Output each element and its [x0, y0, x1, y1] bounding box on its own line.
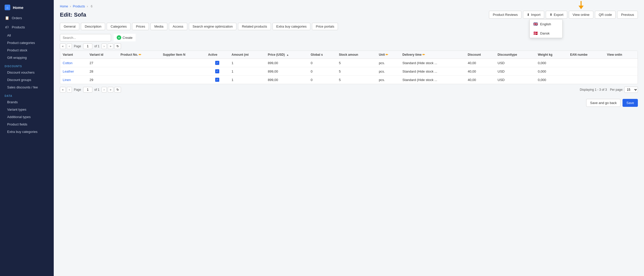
per-page-label: Per page:	[610, 88, 623, 91]
unit-edit-icon[interactable]: ✏	[386, 53, 388, 56]
sidebar-item-product-stock[interactable]: Product stock	[0, 47, 54, 54]
sidebar-item-product-categories[interactable]: Product categories	[0, 39, 54, 47]
section-discounts: DISCOUNTS	[0, 61, 54, 69]
create-button[interactable]: + Create	[114, 34, 136, 41]
cell-discount-type-2: USD	[495, 76, 535, 84]
cell-variant-id-1: 28	[87, 67, 118, 76]
variant-link-0[interactable]: Cotton	[63, 61, 72, 65]
active-checkbox[interactable]	[215, 61, 219, 65]
sidebar-item-product-fields[interactable]: Product fields	[0, 121, 54, 128]
tab-media[interactable]: Media	[150, 23, 167, 30]
section-data: DATA	[0, 91, 54, 98]
cell-unit-1: pcs.	[376, 67, 400, 76]
variant-link-2[interactable]: Linen	[63, 78, 71, 82]
save-go-back-button[interactable]: Save and go back	[586, 99, 620, 107]
page-bottom-next-btn[interactable]: ›	[102, 87, 107, 93]
page-next-btn[interactable]: ›	[102, 43, 107, 49]
page-bottom-label: Page	[74, 88, 81, 91]
sidebar-item-additional-types[interactable]: Additional types	[0, 113, 54, 121]
sidebar-item-gift-wrapping[interactable]: Gift wrapping	[0, 54, 54, 61]
breadcrumb-id: 6	[91, 5, 93, 8]
breadcrumb: Home › Products › 6	[60, 5, 638, 8]
tab-general[interactable]: General	[60, 23, 79, 30]
cell-delivery-2: Standard (Hide stock ...	[400, 76, 465, 84]
sidebar-item-products[interactable]: 🏷 Products	[0, 22, 54, 32]
page-last-btn[interactable]: »	[108, 43, 114, 49]
tab-price-portals[interactable]: Price portals	[312, 23, 338, 30]
col-variant-id: Variant id	[87, 51, 118, 59]
col-discount: Discount	[465, 51, 495, 59]
page-label: Page	[74, 44, 81, 48]
page-title: Edit: Sofa	[60, 12, 86, 18]
cell-product-no-0	[118, 59, 160, 67]
col-amount-min: Amount (mi	[229, 51, 265, 59]
previous-button[interactable]: Previous	[617, 11, 638, 19]
col-global-s: Global s	[308, 51, 336, 59]
export-button[interactable]: ⬆ Export	[546, 11, 567, 19]
page-bottom-first-btn[interactable]: «	[60, 87, 66, 93]
export-icon: ⬆	[550, 13, 552, 17]
language-dropdown: 🇬🇧 English 🇩🇰 Dansk	[529, 19, 563, 38]
create-label: Create	[123, 36, 133, 40]
per-page-select[interactable]: 15 25 50 100	[624, 87, 638, 93]
save-button[interactable]: Save	[623, 99, 638, 107]
page-bottom-prev-btn[interactable]: ‹	[67, 87, 72, 93]
delivery-edit-icon[interactable]: ✏	[422, 53, 425, 56]
tab-related-products[interactable]: Related products	[238, 23, 271, 30]
page-first-btn[interactable]: «	[60, 43, 66, 49]
sidebar-item-discount-groups[interactable]: Discount groups	[0, 76, 54, 84]
sidebar: ⌂ Home 📋 Orders 🏷 Products All Product c…	[0, 0, 54, 276]
sidebar-home-label: Home	[13, 5, 24, 10]
orders-icon: 📋	[5, 16, 9, 20]
product-no-edit-icon[interactable]: ✏	[139, 53, 141, 56]
sidebar-home[interactable]: ⌂ Home	[0, 0, 54, 13]
refresh-button[interactable]: ↻	[114, 43, 121, 49]
sidebar-item-extra-buy-categories[interactable]: Extra buy categories	[0, 128, 54, 135]
variants-table: Variant Variant id Product No.✏ Supplier…	[60, 51, 638, 84]
cell-discount-type-0: USD	[495, 59, 535, 67]
price-sort-icon[interactable]: ▲	[286, 53, 289, 56]
tab-extra-buy[interactable]: Extra buy categories	[272, 23, 311, 30]
sidebar-item-orders[interactable]: 📋 Orders	[0, 13, 54, 22]
table-header-row: Variant Variant id Product No.✏ Supplier…	[60, 51, 638, 59]
sidebar-item-sales-discounts[interactable]: Sales discounts / fee	[0, 84, 54, 91]
tab-prices[interactable]: Prices	[132, 23, 149, 30]
variant-link-1[interactable]: Leather	[63, 70, 74, 73]
sidebar-item-brands[interactable]: Brands	[0, 98, 54, 106]
active-checkbox[interactable]	[215, 69, 219, 73]
sidebar-orders-label: Orders	[12, 16, 22, 20]
col-delivery-time: Delivery time✏	[400, 51, 465, 59]
col-variant: Variant	[60, 51, 87, 59]
cell-supplier-0	[160, 59, 205, 67]
breadcrumb-products[interactable]: Products	[73, 5, 85, 8]
sidebar-item-discount-vouchers[interactable]: Discount vouchers	[0, 69, 54, 76]
search-input[interactable]	[60, 34, 111, 41]
lang-english[interactable]: 🇬🇧 English	[530, 19, 562, 29]
page-of-label: of 1	[94, 44, 100, 48]
tab-seo[interactable]: Search engine optimization	[189, 23, 237, 30]
cell-global-0: 0	[308, 59, 336, 67]
qr-code-button[interactable]: QR code	[595, 11, 616, 19]
page-prev-btn[interactable]: ‹	[67, 43, 72, 49]
flag-dansk: 🇩🇰	[533, 31, 538, 36]
refresh-bottom-button[interactable]: ↻	[114, 87, 121, 93]
tab-categories[interactable]: Categories	[107, 23, 130, 30]
cell-discount-type-1: USD	[495, 67, 535, 76]
product-reviews-button[interactable]: Product Reviews	[489, 11, 522, 19]
import-button[interactable]: ⬇ Import	[523, 11, 544, 19]
pagination-bottom-left: « ‹ Page of 1 › » ↻	[60, 87, 121, 93]
view-online-button[interactable]: View online	[569, 11, 593, 19]
lang-dansk[interactable]: 🇩🇰 Dansk	[530, 29, 562, 38]
page-bottom-last-btn[interactable]: »	[108, 87, 114, 93]
breadcrumb-home[interactable]: Home	[60, 5, 68, 8]
tab-access[interactable]: Access	[169, 23, 187, 30]
sidebar-item-variant-types[interactable]: Variant types	[0, 106, 54, 113]
cell-weight-1: 0,000	[535, 67, 567, 76]
cell-price-2: 899,00	[265, 76, 308, 84]
cell-product-no-1	[118, 67, 160, 76]
page-number-input[interactable]	[83, 43, 92, 49]
tab-description[interactable]: Description	[81, 23, 105, 30]
sidebar-item-all[interactable]: All	[0, 32, 54, 39]
active-checkbox[interactable]	[215, 78, 219, 82]
page-bottom-input[interactable]	[83, 87, 92, 93]
